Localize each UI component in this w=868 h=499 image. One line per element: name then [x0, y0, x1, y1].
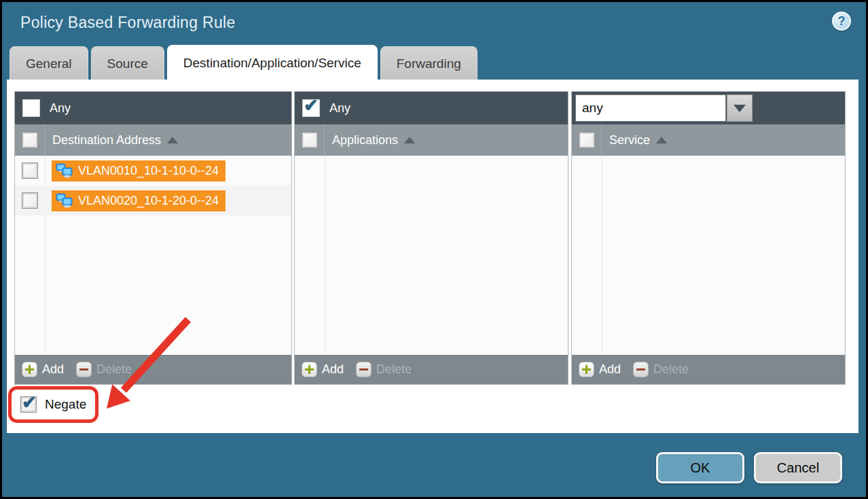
- destination-any-bar: Any: [15, 92, 291, 124]
- add-button[interactable]: Add: [579, 362, 621, 377]
- service-dropdown-bar: any: [572, 92, 845, 124]
- applications-any-label: Any: [329, 101, 350, 116]
- tab-bar: General Source Destination/Application/S…: [10, 46, 477, 80]
- delete-icon: [356, 362, 372, 377]
- service-footer-bar: Add Delete: [572, 355, 845, 384]
- chevron-down-icon: [734, 105, 746, 112]
- tab-forwarding[interactable]: Forwarding: [380, 46, 477, 80]
- tab-source[interactable]: Source: [91, 46, 164, 80]
- add-icon: [302, 362, 317, 377]
- dialog-title: Policy Based Forwarding Rule: [20, 14, 236, 32]
- address-object-name: VLAN0010_10-1-10-0--24: [78, 164, 219, 178]
- service-select-all-checkbox[interactable]: [579, 132, 595, 148]
- destination-any-label: Any: [50, 101, 71, 116]
- service-type-dropdown[interactable]: any: [575, 94, 753, 122]
- applications-header-row: Applications: [295, 124, 568, 156]
- add-button[interactable]: Add: [22, 362, 64, 377]
- delete-button[interactable]: Delete: [76, 362, 132, 377]
- service-header-row: Service: [572, 124, 845, 156]
- applications-panel: Any Applications Add Delete: [294, 91, 568, 385]
- delete-button[interactable]: Delete: [356, 362, 412, 377]
- address-object[interactable]: VLAN0020_10-1-20-0--24: [52, 190, 225, 211]
- destination-any-checkbox[interactable]: [22, 99, 40, 117]
- service-type-value: any: [575, 94, 726, 122]
- service-list: [572, 156, 845, 355]
- add-button[interactable]: Add: [302, 362, 344, 377]
- delete-button[interactable]: Delete: [633, 362, 689, 377]
- add-icon: [22, 362, 37, 377]
- dialog-title-bar: Policy Based Forwarding Rule ?: [2, 2, 866, 44]
- row-checkbox[interactable]: [22, 162, 38, 179]
- network-computers-icon: [56, 193, 73, 208]
- destination-select-all-checkbox[interactable]: [22, 132, 38, 148]
- tab-general[interactable]: General: [10, 46, 88, 80]
- network-computers-icon: [56, 163, 73, 178]
- delete-icon: [633, 362, 649, 377]
- destination-address-header-row: Destination Address: [15, 124, 291, 156]
- sort-ascending-icon: [656, 137, 667, 143]
- dropdown-button[interactable]: [727, 94, 753, 122]
- tab-destination-application-service[interactable]: Destination/Application/Service: [167, 45, 378, 80]
- table-row: VLAN0020_10-1-20-0--24: [15, 186, 291, 216]
- address-object-name: VLAN0020_10-1-20-0--24: [78, 194, 219, 208]
- negate-label: Negate: [45, 397, 86, 412]
- add-icon: [579, 362, 594, 377]
- table-row: VLAN0010_10-1-10-0--24: [15, 156, 291, 186]
- destination-address-column-header[interactable]: Destination Address: [52, 133, 178, 148]
- service-panel: any Service Add: [571, 91, 846, 385]
- ok-button[interactable]: OK: [656, 452, 744, 483]
- row-checkbox[interactable]: [22, 192, 38, 209]
- applications-list: [295, 156, 568, 355]
- sort-ascending-icon: [167, 137, 178, 143]
- applications-any-bar: Any: [295, 92, 568, 124]
- tab-content-panel: Any Destination Address: [7, 80, 858, 433]
- applications-column-header[interactable]: Applications: [332, 133, 415, 148]
- service-column-header[interactable]: Service: [609, 133, 667, 148]
- negate-highlight-box: Negate: [8, 386, 98, 423]
- delete-icon: [76, 362, 92, 377]
- sort-ascending-icon: [404, 137, 415, 143]
- applications-select-all-checkbox[interactable]: [302, 132, 318, 148]
- pbf-rule-dialog: Policy Based Forwarding Rule ? General S…: [0, 0, 868, 499]
- destination-footer-bar: Add Delete: [15, 355, 291, 384]
- cancel-button[interactable]: Cancel: [754, 452, 842, 483]
- negate-checkbox[interactable]: [20, 396, 37, 413]
- applications-footer-bar: Add Delete: [295, 355, 568, 384]
- applications-any-checkbox[interactable]: [302, 99, 320, 117]
- help-icon[interactable]: ?: [832, 12, 851, 31]
- address-object[interactable]: VLAN0010_10-1-10-0--24: [52, 160, 225, 182]
- destination-address-panel: Any Destination Address: [14, 91, 292, 385]
- destination-address-list: VLAN0010_10-1-10-0--24: [15, 156, 291, 355]
